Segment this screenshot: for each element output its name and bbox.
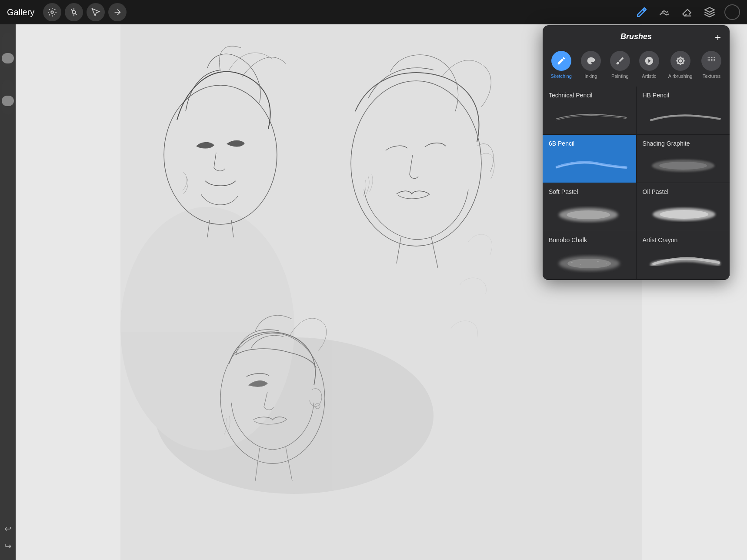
inking-icon [586,56,596,66]
artistic-icon [644,56,654,66]
opacity-thumb [2,53,14,63]
tab-textures-label: Textures [703,73,721,79]
settings-icon[interactable] [43,3,61,21]
brush-technical-pencil[interactable]: Technical Pencil [543,87,636,134]
brush-shading-graphite-label: Shading Graphite [643,140,724,147]
brush-hb-pencil-stroke [643,103,724,128]
tab-airbrushing[interactable]: Airbrushing [665,48,696,81]
tab-sketching-label: Sketching [551,73,572,79]
brush-artist-crayon[interactable]: Artist Crayon [637,231,730,279]
tab-painting[interactable]: Painting [607,48,634,81]
airbrushing-icon [676,56,685,66]
toolbar: Gallery [0,0,747,24]
layers-icon[interactable] [702,4,717,20]
tab-inking-label: Inking [584,73,597,79]
adjustments-icon[interactable] [65,3,83,21]
avatar[interactable] [724,4,740,20]
brush-oil-pastel-label: Oil Pastel [643,188,724,195]
svg-point-24 [606,263,607,264]
painting-icon [615,56,625,66]
category-tabs: Sketching Inking Painting [543,47,730,87]
tab-textures[interactable]: Textures [698,48,725,81]
brush-hb-pencil[interactable]: HB Pencil [637,87,730,134]
selection-icon[interactable] [87,3,105,21]
svg-point-14 [659,162,707,170]
tab-sketching[interactable]: Sketching [547,48,575,81]
size-thumb [2,96,14,106]
add-brush-button[interactable]: + [715,31,721,43]
sketching-icon [557,56,566,66]
tool-icons [43,3,127,21]
artistic-icon-bg [639,51,659,71]
textures-icon [707,56,716,66]
sketching-icon-bg [551,51,571,71]
tab-artistic-label: Artistic [642,73,656,79]
brush-grid: Technical Pencil HB Pencil 6B Pencil [543,87,730,280]
brush-bonobo-chalk-label: Bonobo Chalk [549,237,630,243]
brush-shading-graphite-stroke [643,151,724,177]
redo-button[interactable]: ↪ [4,541,12,551]
svg-point-8 [120,207,294,450]
transform-icon[interactable] [108,3,127,21]
brush-hb-pencil-label: HB Pencil [643,92,724,99]
brush-soft-pastel-label: Soft Pastel [549,188,630,195]
brush-artist-crayon-stroke [643,248,724,273]
tab-painting-label: Painting [611,73,629,79]
gallery-button[interactable]: Gallery [7,7,34,17]
brush-technical-pencil-stroke [549,103,630,128]
brush-6b-pencil[interactable]: 6B Pencil [543,135,636,183]
brush-6b-pencil-label: 6B Pencil [549,140,630,147]
tab-artistic[interactable]: Artistic [636,48,663,81]
brush-soft-pastel[interactable]: Soft Pastel [543,183,636,231]
svg-line-5 [75,13,77,15]
brush-shading-graphite[interactable]: Shading Graphite [637,135,730,183]
svg-point-16 [567,210,610,219]
brushes-panel: Brushes + Sketching Inking [543,25,730,280]
svg-point-18 [660,210,708,219]
svg-point-0 [51,11,54,13]
size-slider[interactable] [2,80,14,115]
left-sidebar: ↩ ↪ [0,24,16,560]
textures-icon-bg [701,51,721,71]
inking-icon-bg [581,51,601,71]
svg-point-20 [567,259,611,268]
eraser-tool-icon[interactable] [679,4,695,20]
panel-title: Brushes [620,32,652,41]
pencil-tool-icon[interactable] [634,4,650,20]
brush-soft-pastel-stroke [549,200,630,225]
smudge-tool-icon[interactable] [657,4,672,20]
svg-point-23 [597,261,599,262]
brush-bonobo-chalk-stroke [549,248,630,273]
panel-header: Brushes + [543,25,730,47]
svg-point-1 [73,10,76,13]
undo-button[interactable]: ↩ [4,523,12,534]
right-icons [634,4,740,20]
brush-oil-pastel-stroke [643,200,724,225]
svg-point-22 [580,264,581,265]
brush-bonobo-chalk[interactable]: Bonobo Chalk [543,231,636,279]
svg-point-21 [571,262,573,263]
brush-6b-pencil-stroke [549,151,630,177]
brush-artist-crayon-label: Artist Crayon [643,237,724,243]
airbrushing-icon-bg [670,51,690,71]
tab-inking[interactable]: Inking [577,48,604,81]
brush-oil-pastel[interactable]: Oil Pastel [637,183,730,231]
brush-technical-pencil-label: Technical Pencil [549,92,630,99]
svg-line-4 [71,10,73,11]
painting-icon-bg [610,51,630,71]
opacity-slider[interactable] [2,33,14,68]
tab-airbrushing-label: Airbrushing [668,73,693,79]
